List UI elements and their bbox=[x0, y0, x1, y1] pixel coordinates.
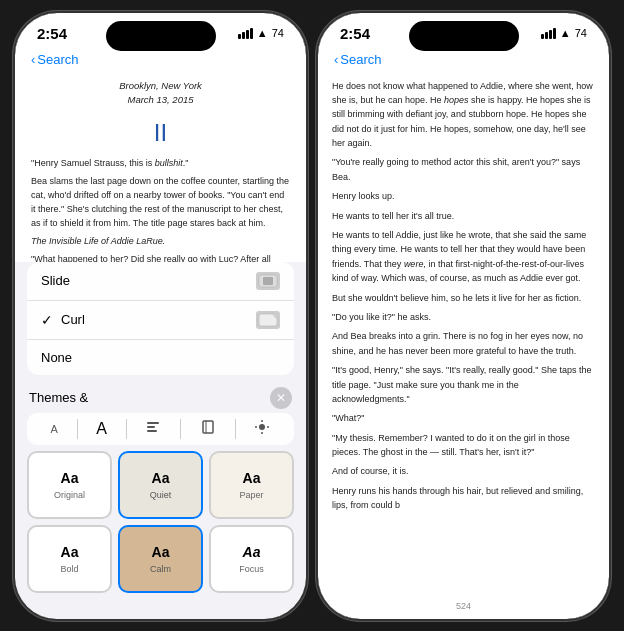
time-right: 2:54 bbox=[340, 25, 370, 42]
book-header: Brooklyn, New York March 13, 2015 bbox=[31, 79, 290, 108]
right-para-8: "It's good, Henry," she says. "It's real… bbox=[332, 363, 595, 406]
theme-quiet-preview: Aa bbox=[152, 470, 170, 486]
svg-rect-6 bbox=[203, 421, 213, 433]
slide-icon bbox=[256, 272, 280, 290]
theme-calm[interactable]: Aa Calm bbox=[118, 525, 203, 593]
curl-label-row: ✓ Curl bbox=[41, 312, 85, 328]
app-container: 2:54 ▲ 74 ‹ Search bbox=[0, 0, 624, 631]
back-label-right: Search bbox=[340, 52, 381, 67]
transition-none[interactable]: None bbox=[27, 340, 294, 375]
status-icons-right: ▲ 74 bbox=[541, 27, 587, 39]
theme-paper[interactable]: Aa Paper bbox=[209, 451, 294, 519]
right-para-10: "My thesis. Remember? I wanted to do it … bbox=[332, 431, 595, 460]
svg-rect-4 bbox=[147, 426, 155, 428]
theme-focus-name: Focus bbox=[239, 564, 264, 574]
phone-left: 2:54 ▲ 74 ‹ Search bbox=[13, 11, 308, 621]
divider-1 bbox=[77, 419, 78, 439]
transition-menu: Slide ✓ Curl bbox=[27, 262, 294, 375]
right-para-1: "You're really going to method actor thi… bbox=[332, 155, 595, 184]
book-location-line1: Brooklyn, New York bbox=[31, 79, 290, 93]
theme-grid: Aa Original Aa Quiet Aa Paper Aa Bold bbox=[15, 451, 306, 599]
theme-quiet[interactable]: Aa Quiet bbox=[118, 451, 203, 519]
theme-paper-preview: Aa bbox=[243, 470, 261, 486]
themes-title: Themes & bbox=[29, 390, 88, 405]
para-1: Bea slams the last page down on the coff… bbox=[31, 175, 290, 231]
curl-icon bbox=[256, 311, 280, 329]
phone-right: 2:54 ▲ 74 ‹ Search bbox=[316, 11, 611, 621]
transition-curl-label: Curl bbox=[61, 312, 85, 327]
theme-original-name: Original bbox=[54, 490, 85, 500]
bottom-panel: Slide ✓ Curl bbox=[15, 262, 306, 619]
theme-original[interactable]: Aa Original bbox=[27, 451, 112, 519]
theme-bold[interactable]: Aa Bold bbox=[27, 525, 112, 593]
wifi-icon-right: ▲ bbox=[560, 27, 571, 39]
page-number: 524 bbox=[318, 597, 609, 615]
transition-none-label: None bbox=[41, 350, 72, 365]
right-para-2: Henry looks up. bbox=[332, 189, 595, 203]
svg-rect-1 bbox=[263, 277, 273, 285]
theme-calm-preview: Aa bbox=[152, 544, 170, 560]
check-mark: ✓ bbox=[41, 312, 53, 328]
divider-4 bbox=[235, 419, 236, 439]
signal-icon-right bbox=[541, 28, 556, 39]
svg-rect-3 bbox=[147, 422, 159, 424]
back-chevron-left: ‹ bbox=[31, 52, 35, 67]
font-small-a[interactable]: A bbox=[50, 423, 57, 435]
font-large-a[interactable]: A bbox=[96, 420, 107, 438]
divider-2 bbox=[126, 419, 127, 439]
status-icons-left: ▲ 74 bbox=[238, 27, 284, 39]
book-location-line2: March 13, 2015 bbox=[31, 93, 290, 107]
signal-icon bbox=[238, 28, 253, 39]
divider-3 bbox=[180, 419, 181, 439]
para-2: The Invisible Life of Addie LaRue. bbox=[31, 235, 290, 249]
close-button[interactable]: ✕ bbox=[270, 387, 292, 409]
back-button-right[interactable]: ‹ Search bbox=[334, 52, 382, 67]
transition-slide-label: Slide bbox=[41, 273, 70, 288]
transition-curl[interactable]: ✓ Curl bbox=[27, 301, 294, 340]
svg-point-8 bbox=[259, 424, 265, 430]
theme-calm-name: Calm bbox=[150, 564, 171, 574]
font-style-icon[interactable] bbox=[145, 419, 161, 438]
right-para-3: He wants to tell her it's all true. bbox=[332, 209, 595, 223]
theme-bold-name: Bold bbox=[60, 564, 78, 574]
right-para-0: He does not know what happened to Addie,… bbox=[332, 79, 595, 151]
theme-focus[interactable]: Aa Focus bbox=[209, 525, 294, 593]
back-button-left[interactable]: ‹ Search bbox=[31, 52, 79, 67]
right-para-6: "Do you like it?" he asks. bbox=[332, 310, 595, 324]
brightness-icon[interactable] bbox=[254, 419, 270, 438]
back-label-left: Search bbox=[37, 52, 78, 67]
theme-paper-name: Paper bbox=[239, 490, 263, 500]
font-size-row: A A bbox=[27, 413, 294, 445]
theme-quiet-name: Quiet bbox=[150, 490, 172, 500]
theme-bold-preview: Aa bbox=[61, 544, 79, 560]
wifi-icon: ▲ bbox=[257, 27, 268, 39]
right-para-5: But she wouldn't believe him, so he lets… bbox=[332, 291, 595, 305]
right-para-11: And of course, it is. bbox=[332, 464, 595, 478]
dynamic-island-left bbox=[106, 21, 216, 51]
right-para-7: And Bea breaks into a grin. There is no … bbox=[332, 329, 595, 358]
theme-focus-preview: Aa bbox=[243, 544, 261, 560]
back-chevron-right: ‹ bbox=[334, 52, 338, 67]
para-0: "Henry Samuel Strauss, this is bullshit.… bbox=[31, 157, 290, 171]
themes-header: Themes & ✕ bbox=[15, 381, 306, 413]
transition-slide[interactable]: Slide bbox=[27, 262, 294, 301]
time-left: 2:54 bbox=[37, 25, 67, 42]
book-content-right: He does not know what happened to Addie,… bbox=[318, 71, 609, 597]
close-icon: ✕ bbox=[276, 391, 286, 405]
right-para-9: "What?" bbox=[332, 411, 595, 425]
theme-original-preview: Aa bbox=[61, 470, 79, 486]
chapter-number: II bbox=[31, 115, 290, 151]
battery-right: 74 bbox=[575, 27, 587, 39]
battery-left: 74 bbox=[272, 27, 284, 39]
right-para-4: He wants to tell Addie, just like he wro… bbox=[332, 228, 595, 286]
dynamic-island-right bbox=[409, 21, 519, 51]
svg-rect-5 bbox=[147, 430, 157, 432]
font-book-icon[interactable] bbox=[200, 419, 216, 438]
right-para-12: Henry runs his hands through his hair, b… bbox=[332, 484, 595, 513]
